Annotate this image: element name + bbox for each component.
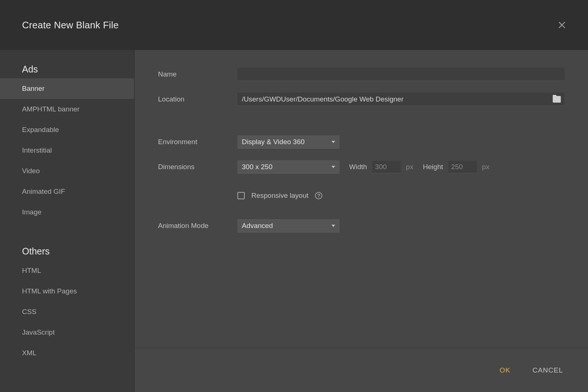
height-label: Height (423, 163, 443, 171)
dim-height-cluster: Height px (413, 161, 490, 173)
ok-button[interactable]: OK (498, 363, 512, 378)
responsive-label: Responsive layout (251, 192, 308, 200)
name-label: Name (158, 70, 237, 78)
animation-value: Advanced (242, 222, 273, 230)
animation-select[interactable]: Advanced (237, 219, 340, 232)
dimensions-value: 300 x 250 (242, 163, 272, 171)
sidebar-item-amphtml[interactable]: AMPHTML banner (0, 99, 134, 120)
row-environment: Environment Display & Video 360 (158, 134, 564, 150)
width-input[interactable] (372, 161, 401, 173)
form-area: Name Location Environment Display & Vide… (135, 50, 588, 348)
sidebar-item-image[interactable]: Image (0, 202, 134, 222)
sidebar-item-javascript[interactable]: JavaScript (0, 322, 134, 343)
cancel-button[interactable]: CANCEL (531, 363, 564, 378)
row-responsive: Responsive layout ? (158, 188, 564, 204)
dimensions-select[interactable]: 300 x 250 (237, 160, 340, 174)
caret-down-icon (331, 166, 335, 168)
responsive-checkbox[interactable] (237, 192, 245, 199)
dim-width-cluster: Width px (340, 161, 413, 173)
location-input[interactable] (237, 93, 553, 106)
responsive-option: Responsive layout ? (237, 192, 322, 200)
location-label: Location (158, 95, 237, 103)
sidebar-item-html-with-pages[interactable]: HTML with Pages (0, 281, 134, 302)
sidebar-item-xml[interactable]: XML (0, 343, 134, 363)
sidebar-group-others-title: Others (0, 246, 134, 257)
close-button[interactable] (555, 18, 569, 32)
sidebar-item-expandable[interactable]: Expandable (0, 120, 134, 140)
environment-label: Environment (158, 138, 237, 146)
row-location: Location (158, 91, 564, 107)
row-dimensions: Dimensions 300 x 250 Width px Height px (158, 159, 564, 175)
location-input-wrap (237, 93, 564, 106)
height-unit: px (482, 163, 490, 171)
main-pane: Name Location Environment Display & Vide… (135, 50, 588, 392)
name-input[interactable] (237, 68, 564, 81)
folder-icon[interactable] (553, 96, 561, 103)
width-unit: px (406, 163, 413, 171)
sidebar-group-ads-title: Ads (0, 64, 134, 75)
dimensions-label: Dimensions (158, 163, 237, 171)
close-icon (558, 21, 566, 29)
sidebar-item-animated-gif[interactable]: Animated GIF (0, 181, 134, 202)
sidebar-item-interstitial[interactable]: Interstitial (0, 140, 134, 161)
width-label: Width (349, 163, 367, 171)
environment-value: Display & Video 360 (242, 138, 305, 146)
caret-down-icon (331, 141, 335, 143)
dialog-title: Create New Blank File (22, 19, 119, 31)
sidebar-item-css[interactable]: CSS (0, 302, 134, 322)
sidebar-item-html[interactable]: HTML (0, 260, 134, 281)
sidebar: Ads Banner AMPHTML banner Expandable Int… (0, 50, 135, 392)
environment-select[interactable]: Display & Video 360 (237, 135, 340, 149)
help-icon[interactable]: ? (315, 192, 322, 199)
animation-label: Animation Mode (158, 222, 237, 230)
height-input[interactable] (448, 161, 477, 173)
row-animation: Animation Mode Advanced (158, 218, 564, 234)
caret-down-icon (331, 225, 335, 227)
dialog-footer: OK CANCEL (135, 348, 588, 392)
new-file-dialog: Create New Blank File Ads Banner AMPHTML… (0, 0, 588, 392)
row-name: Name (158, 66, 564, 82)
dialog-body: Ads Banner AMPHTML banner Expandable Int… (0, 50, 588, 392)
sidebar-item-video[interactable]: Video (0, 161, 134, 181)
sidebar-item-banner[interactable]: Banner (0, 78, 134, 99)
dialog-titlebar: Create New Blank File (0, 0, 588, 50)
